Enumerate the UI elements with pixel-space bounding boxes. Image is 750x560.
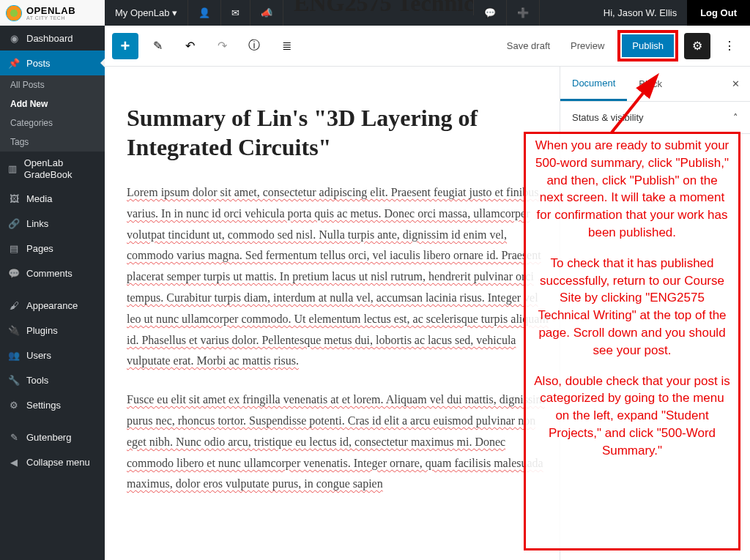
annotation-text: Also, double check that your post is cat…: [533, 373, 731, 460]
logout-button[interactable]: Log Out: [687, 0, 750, 26]
sidebar-item-media[interactable]: 🖾 Media: [0, 186, 105, 211]
publish-button[interactable]: Publish: [622, 34, 674, 57]
tab-document[interactable]: Document: [560, 67, 627, 101]
sidebar-sub-all-posts[interactable]: All Posts: [0, 75, 105, 94]
sidebar-sub-tags[interactable]: Tags: [0, 132, 105, 152]
publish-highlight: Publish: [617, 30, 678, 61]
info-button[interactable]: ⓘ: [241, 33, 267, 59]
sidebar-item-pages[interactable]: ▤ Pages: [0, 236, 105, 261]
post-paragraph[interactable]: Lorem ipsum dolor sit amet, consectetur …: [127, 182, 551, 372]
sidebar-item-dashboard[interactable]: ◉ Dashboard: [0, 26, 105, 51]
sidebar-item-posts[interactable]: 📌 Posts: [0, 51, 105, 75]
topbar-addnew[interactable]: ➕: [507, 0, 540, 26]
panel-close-button[interactable]: ✕: [721, 67, 750, 101]
redo-icon: ↷: [218, 39, 227, 53]
brush-icon: 🖌: [7, 299, 21, 312]
sidebar-item-label: Settings: [26, 400, 61, 411]
sidebar-item-links[interactable]: 🔗 Links: [0, 211, 105, 236]
topbar-messages[interactable]: ✉: [221, 0, 250, 26]
sidebar-item-label: OpenLab GradeBook: [24, 157, 97, 180]
add-block-button[interactable]: +: [112, 33, 138, 59]
my-openlab-menu[interactable]: My OpenLab ▾: [105, 0, 188, 26]
edit-mode-button[interactable]: ✎: [144, 33, 171, 59]
admin-topbar: OPENLAB AT CITY TECH My OpenLab ▾ 👤 ✉ 📣 …: [0, 0, 750, 26]
sidebar-item-gradebook[interactable]: ▥ OpenLab GradeBook: [0, 152, 105, 186]
logout-label: Log Out: [700, 7, 737, 18]
page-icon: ▤: [7, 242, 21, 255]
more-menu-button[interactable]: ⋮: [716, 33, 743, 59]
sidebar-item-label: Links: [26, 218, 48, 229]
link-icon: 🔗: [7, 217, 21, 230]
course-title-menu[interactable]: ENG2575 Technical Writing, Section O... …: [283, 0, 474, 15]
topbar-friends[interactable]: 👤: [188, 0, 221, 26]
gutenberg-icon: ✎: [7, 430, 21, 444]
panel-section-status[interactable]: Status & visibility ˄: [560, 102, 750, 133]
chevron-up-icon: ˄: [733, 112, 738, 123]
user-icon: 👤: [198, 7, 210, 18]
plug-icon: 🔌: [7, 324, 21, 337]
post-paragraph[interactable]: Fusce eu elit sit amet ex fringilla vene…: [127, 389, 551, 495]
gear-icon: ⚙: [692, 39, 702, 53]
sidebar-item-appearance[interactable]: 🖌 Appearance: [0, 293, 105, 318]
collapse-icon: ◀: [7, 455, 21, 468]
panel-section-label: Status & visibility: [572, 112, 644, 123]
post-title[interactable]: Summary of Lin's "3D Layering of Integra…: [127, 103, 551, 162]
sidebar-item-label: Dashboard: [26, 33, 73, 44]
greeting-label: Hi, Jason W. Ellis: [604, 7, 677, 18]
my-openlab-label: My OpenLab: [115, 7, 169, 18]
course-title-label: ENG2575 Technical Writing, Section O...: [294, 0, 474, 15]
pushpin-icon: 📌: [7, 56, 21, 70]
plus-icon: +: [121, 37, 130, 56]
sidebar-item-label: Users: [26, 350, 51, 361]
topbar-notifications[interactable]: 📣: [250, 0, 283, 26]
megaphone-icon: 📣: [261, 7, 272, 18]
settings-toggle-button[interactable]: ⚙: [684, 33, 710, 59]
preview-button[interactable]: Preview: [563, 40, 612, 51]
instruction-annotation: When you are ready to submit your 500-wo…: [524, 132, 740, 550]
brand[interactable]: OPENLAB AT CITY TECH: [0, 0, 105, 26]
dashboard-icon: ◉: [7, 31, 21, 45]
outline-button[interactable]: ≣: [273, 33, 300, 59]
user-greeting[interactable]: Hi, Jason W. Ellis: [593, 0, 687, 26]
undo-icon: ↶: [185, 39, 195, 53]
wrench-icon: 🔧: [7, 373, 21, 387]
sidebar-sub-categories[interactable]: Categories: [0, 113, 105, 132]
kebab-icon: ⋮: [724, 39, 735, 53]
sidebar-item-label: Media: [26, 193, 52, 204]
annotation-text: When you are ready to submit your 500-wo…: [533, 137, 731, 242]
envelope-icon: ✉: [231, 7, 240, 18]
openlab-logo-icon: [6, 5, 22, 21]
sliders-icon: ⚙: [7, 398, 21, 411]
editor-canvas[interactable]: Summary of Lin's "3D Layering of Integra…: [105, 67, 560, 560]
users-icon: 👥: [7, 348, 21, 362]
sidebar-item-label: Pages: [26, 243, 53, 254]
speech-bubble-icon: 💬: [484, 7, 496, 18]
list-icon: ≣: [282, 39, 292, 53]
close-icon: ✕: [732, 78, 740, 89]
sidebar-item-gutenberg[interactable]: ✎ Gutenberg: [0, 425, 105, 449]
sidebar-item-settings[interactable]: ⚙ Settings: [0, 392, 105, 417]
sidebar-item-tools[interactable]: 🔧 Tools: [0, 367, 105, 392]
sidebar-item-label: Collapse menu: [26, 457, 90, 468]
sidebar-item-users[interactable]: 👥 Users: [0, 343, 105, 367]
sidebar-item-plugins[interactable]: 🔌 Plugins: [0, 318, 105, 343]
sidebar-item-comments[interactable]: 💬 Comments: [0, 261, 105, 285]
sidebar-item-label: Tools: [26, 375, 48, 386]
sidebar-item-label: Appearance: [26, 300, 78, 311]
sidebar-collapse[interactable]: ◀ Collapse menu: [0, 449, 105, 474]
save-draft-button[interactable]: Save draft: [500, 40, 557, 51]
sidebar-item-label: Plugins: [26, 325, 58, 336]
book-icon: ▥: [7, 163, 18, 176]
brand-tagline: AT CITY TECH: [26, 15, 75, 20]
info-icon: ⓘ: [248, 38, 260, 53]
topbar-comments[interactable]: 💬: [474, 0, 507, 26]
sidebar-sub-add-new[interactable]: Add New: [0, 94, 105, 113]
admin-sidebar: ◉ Dashboard 📌 Posts All Posts Add New Ca…: [0, 26, 105, 560]
annotation-text: To check that it has published successfu…: [533, 255, 731, 359]
pencil-icon: ✎: [153, 39, 163, 53]
undo-button[interactable]: ↶: [177, 33, 203, 59]
brand-name: OPENLAB: [26, 6, 75, 15]
tab-block[interactable]: Block: [627, 67, 674, 101]
redo-button[interactable]: ↷: [209, 33, 235, 59]
sidebar-item-label: Posts: [26, 58, 51, 69]
